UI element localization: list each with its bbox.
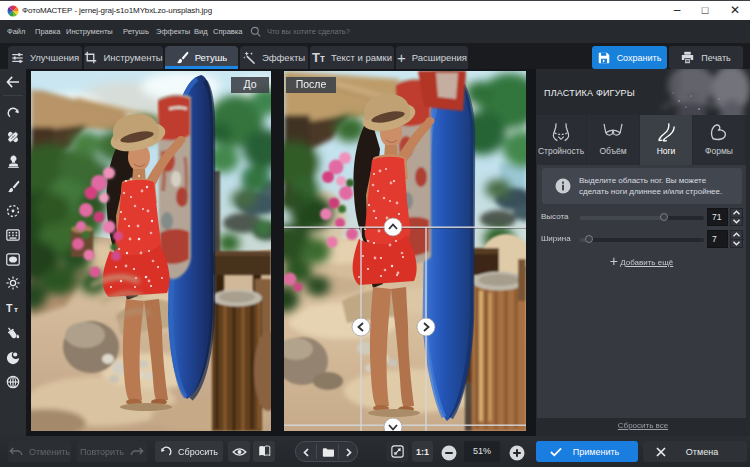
svg-text:т: т [13,305,17,314]
svg-text:T: T [6,302,13,314]
